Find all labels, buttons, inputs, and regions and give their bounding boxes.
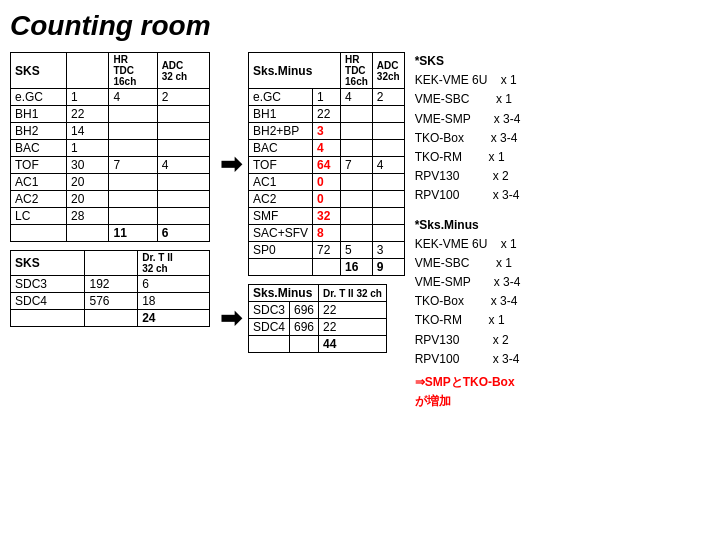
cell-ac1-label: AC1 [11,174,67,191]
right-s2-rpv100: RPV100 x 3-4 [415,350,710,369]
cell-bh2-label: BH2 [11,123,67,140]
table-row: AC2 20 [11,191,210,208]
cell-sdc-total-e2 [85,310,138,327]
table-row: AC2 0 [249,191,405,208]
table-row: LC 28 [11,208,210,225]
left-section: SKS HRTDC16ch ADC32 ch e.GC 1 4 2 BH1 22… [10,52,210,411]
m-ac1-adc [372,174,404,191]
table-row: SP0 72 5 3 [249,242,405,259]
m-egc-hr: 4 [341,89,373,106]
table-row: SDC3 696 22 [249,302,387,319]
cell-total-empty1 [11,225,67,242]
m-bac-adc [372,140,404,157]
arrow-middle-wrapper: ➡ Sks.Minus HRTDC16ch ADC32ch e.GC 1 4 2… [220,52,405,411]
right-s2-rpv130: RPV130 x 2 [415,331,710,350]
cell-total-adc: 6 [157,225,209,242]
cell-bh1-label: BH1 [11,106,67,123]
m-bh2bp-hr [341,123,373,140]
m-ac1-v1: 0 [313,174,341,191]
cell-bh1-hr [109,106,157,123]
m-tof-adc: 4 [372,157,404,174]
table-row: 24 [11,310,210,327]
m-sacsfv-adc [372,225,404,242]
cell-ac2-v1: 20 [67,191,109,208]
mid-table1: Sks.Minus HRTDC16ch ADC32ch e.GC 1 4 2 B… [248,52,405,276]
m-bh1-adc [372,106,404,123]
right-s2-note: ⇒SMPとTKO-Boxが増加 [415,373,710,411]
mid-t2-title: Sks.Minus [249,285,319,302]
right-s2-title: *Sks.Minus [415,216,710,235]
right-section2: *Sks.Minus KEK-VME 6U x 1 VME-SBC x 1 VM… [415,216,710,412]
right-s1-rpv130: RPV130 x 2 [415,167,710,186]
cell-lc-v1: 28 [67,208,109,225]
cell-ac1-hr [109,174,157,191]
right-s2-tkobox: TKO-Box x 3-4 [415,292,710,311]
cell-lc-label: LC [11,208,67,225]
mid-t2-dr-header: Dr. T II 32 ch [319,285,387,302]
page-title: Counting room [10,10,710,42]
m-smf-hr [341,208,373,225]
cell-sdc3-dr: 6 [138,276,210,293]
cell-total-empty2 [67,225,109,242]
m-tof-v1: 64 [313,157,341,174]
table-row: SDC4 576 18 [11,293,210,310]
cell-tof-label: TOF [11,157,67,174]
m-egc-v1: 1 [313,89,341,106]
m-ac1-hr [341,174,373,191]
cell-ac1-adc [157,174,209,191]
table-row: BH1 22 [11,106,210,123]
m-egc-label: e.GC [249,89,313,106]
right-s1-title: *SKS [415,52,710,71]
m-total-adc: 9 [372,259,404,276]
arrow-icon-top: ➡ [220,149,242,180]
cell-egc-hr: 4 [109,89,157,106]
cell-ac2-hr [109,191,157,208]
cell-egc-v1: 1 [67,89,109,106]
m-sp0-v1: 72 [313,242,341,259]
cell-sdc4-label: SDC4 [11,293,85,310]
table-row: AC1 0 [249,174,405,191]
mid-t1-title: Sks.Minus [249,53,341,89]
cell-lc-adc [157,208,209,225]
table-row: AC1 20 [11,174,210,191]
table-row: BH2+BP 3 [249,123,405,140]
cell-egc-label: e.GC [11,89,67,106]
table-row: BAC 4 [249,140,405,157]
table-row: 11 6 [11,225,210,242]
m-smf-v1: 32 [313,208,341,225]
m-total-hr: 16 [341,259,373,276]
table-row: BH2 14 [11,123,210,140]
right-s1-tkorm: TKO-RM x 1 [415,148,710,167]
table-row: 44 [249,336,387,353]
table-row: SDC4 696 22 [249,319,387,336]
cell-sdc4-v1: 576 [85,293,138,310]
m-ac2-label: AC2 [249,191,313,208]
table-row: e.GC 1 4 2 [249,89,405,106]
left-t1-header-hr: HRTDC16ch [109,53,157,89]
m-sacsfv-hr [341,225,373,242]
m2-total-e2 [290,336,319,353]
m2-sdc4-dr: 22 [319,319,387,336]
m-ac2-v1: 0 [313,191,341,208]
m-sacsfv-label: SAC+SFV [249,225,313,242]
right-section1: *SKS KEK-VME 6U x 1 VME-SBC x 1 VME-SMP … [415,52,710,206]
m-ac1-label: AC1 [249,174,313,191]
cell-lc-hr [109,208,157,225]
left-t2-header-sks: SKS [11,251,85,276]
m-sp0-hr: 5 [341,242,373,259]
m-sacsfv-v1: 8 [313,225,341,242]
left-table2: SKS Dr. T II32 ch SDC3 192 6 SDC4 576 18… [10,250,210,327]
cell-bh2-v1: 14 [67,123,109,140]
cell-ac1-v1: 20 [67,174,109,191]
table-row: SMF 32 [249,208,405,225]
table-row: TOF 30 7 4 [11,157,210,174]
m-egc-adc: 2 [372,89,404,106]
left-t1-header-adc: ADC32 ch [157,53,209,89]
cell-sdc3-label: SDC3 [11,276,85,293]
right-s1-rpv100: RPV100 x 3-4 [415,186,710,205]
cell-bh2-adc [157,123,209,140]
m-bh2bp-label: BH2+BP [249,123,313,140]
cell-bac-v1: 1 [67,140,109,157]
m2-total-dr: 44 [319,336,387,353]
left-t2-header-empty [85,251,138,276]
